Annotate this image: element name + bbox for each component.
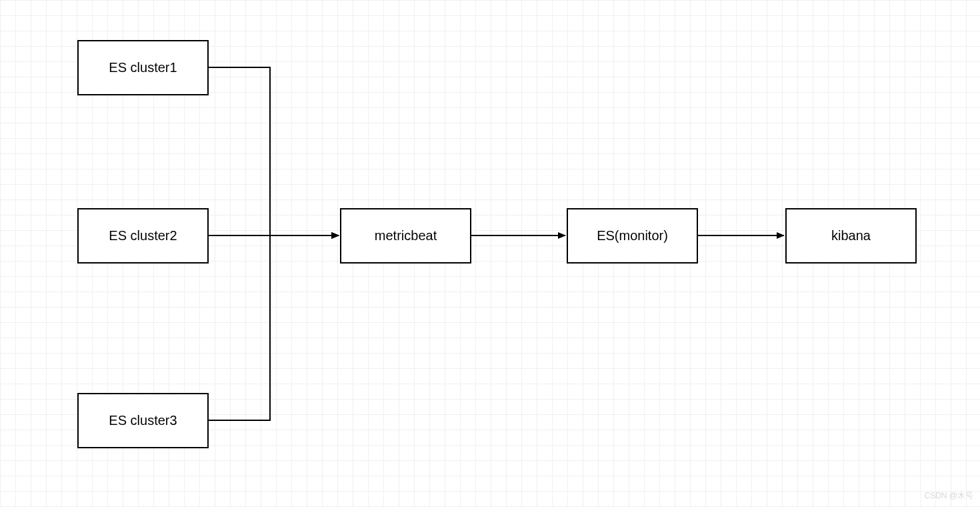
node-label: ES cluster1	[109, 60, 177, 75]
node-label: ES cluster2	[109, 228, 177, 243]
watermark: CSDN @木号	[924, 490, 973, 502]
node-es-cluster1: ES cluster1	[77, 40, 209, 95]
node-label: kibana	[831, 228, 871, 243]
node-es-cluster2: ES cluster2	[77, 208, 209, 264]
node-kibana: kibana	[785, 208, 917, 264]
node-label: metricbeat	[375, 228, 437, 243]
edge-cluster3-to-metricbeat	[209, 235, 339, 420]
node-label: ES(monitor)	[597, 228, 668, 243]
edge-cluster1-to-metricbeat	[209, 67, 339, 235]
node-es-cluster3: ES cluster3	[77, 393, 209, 448]
node-es-monitor: ES(monitor)	[567, 208, 698, 264]
node-label: ES cluster3	[109, 413, 177, 428]
node-metricbeat: metricbeat	[340, 208, 471, 264]
